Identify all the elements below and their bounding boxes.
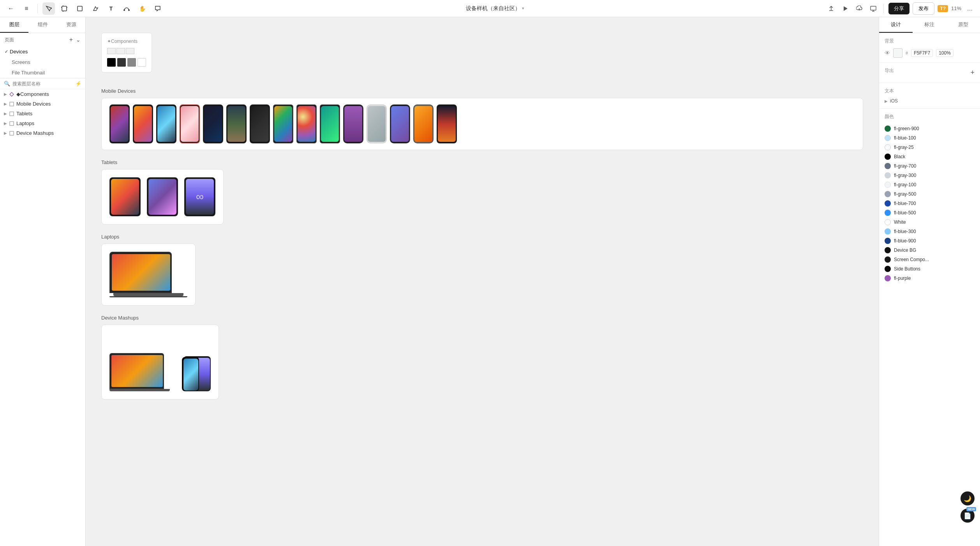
page-item-file-thumbnail[interactable]: File Thumbnail — [0, 67, 85, 78]
page-item-devices[interactable]: ✓ Devices — [0, 46, 85, 57]
right-tab-annotate[interactable]: 标注 — [913, 17, 946, 33]
color-name-fl-blue-900: fl-blue-900 — [894, 238, 975, 244]
device-phone-3 — [156, 104, 176, 143]
color-item-fl-blue-100[interactable]: fl-blue-100 — [885, 133, 975, 143]
layer-device-mashups[interactable]: ▶ Device Mashups — [0, 128, 85, 138]
color-name-side-buttons: Side Buttons — [894, 266, 975, 272]
tablet-2 — [147, 177, 178, 216]
filter-icon[interactable]: ⚡ — [75, 81, 81, 87]
color-dot-fl-gray-25 — [885, 144, 891, 150]
file-title-dropdown-icon: ▾ — [522, 6, 524, 11]
color-dot-fl-blue-900 — [885, 238, 891, 244]
bg-opacity-value[interactable]: 100% — [936, 49, 954, 57]
color-item-fl-gray-500[interactable]: fl-gray-500 — [885, 189, 975, 199]
tab-resources[interactable]: 资源 — [57, 17, 85, 33]
menu-button[interactable]: ≡ — [20, 2, 33, 15]
layer-laptops[interactable]: ▶ Laptops — [0, 118, 85, 128]
color-name-device-bg: Device BG — [894, 247, 975, 253]
text-section: 文本 ▶ iOS — [879, 83, 980, 109]
pages-expand-icon[interactable]: ⌄ — [76, 37, 81, 43]
laptops-grid — [101, 244, 196, 306]
color-item-fl-blue-300[interactable]: fl-blue-300 — [885, 227, 975, 236]
add-page-button[interactable]: + — [69, 36, 73, 43]
pages-header: 页面 + ⌄ — [0, 33, 85, 46]
mashup-phone-screen — [183, 359, 198, 391]
upload-button[interactable] — [826, 3, 837, 14]
layer-name-mobile: Mobile Devices — [16, 101, 81, 107]
color-dot-fl-blue-300 — [885, 228, 891, 235]
laptop-base — [113, 293, 183, 296]
color-item-screen-compo[interactable]: Screen Compo... — [885, 255, 975, 264]
mashup-laptop — [109, 353, 170, 391]
present-button[interactable] — [868, 3, 879, 14]
export-add-button[interactable]: + — [970, 69, 975, 77]
frame-tool[interactable] — [58, 2, 71, 15]
color-name-screen-compo: Screen Compo... — [894, 257, 975, 262]
color-item-fl-gray-25[interactable]: fl-gray-25 — [885, 143, 975, 152]
bg-hex-value[interactable]: F5F7F7 — [911, 49, 933, 57]
moon-button[interactable]: 🌙 — [961, 491, 975, 505]
layer-components[interactable]: ▶ ◆Components — [0, 89, 85, 99]
pen-tool[interactable] — [89, 2, 102, 15]
text-ios-label: iOS — [890, 98, 898, 104]
frame-icon-mobile — [9, 102, 14, 106]
bg-color-swatch[interactable] — [893, 48, 902, 58]
frame-icon-mashups — [9, 131, 14, 136]
svg-point-6 — [123, 9, 125, 11]
color-item-fl-gray-700[interactable]: fl-gray-700 — [885, 161, 975, 171]
color-item-fl-purple[interactable]: fl-purple — [885, 274, 975, 283]
select-tool[interactable] — [42, 2, 55, 15]
color-item-white[interactable]: White — [885, 217, 975, 227]
color-item-fl-blue-500[interactable]: fl-blue-500 — [885, 208, 975, 217]
publish-button[interactable]: 发布 — [913, 2, 934, 15]
phone-screen-8 — [274, 106, 292, 142]
right-tab-design[interactable]: 设计 — [879, 17, 913, 33]
page-item-screens[interactable]: Screens — [0, 57, 85, 67]
right-tabs: 设计 标注 原型 — [879, 17, 980, 33]
rect-tool[interactable] — [74, 2, 86, 15]
cloud-button[interactable] — [854, 3, 865, 14]
phone-screen-15 — [438, 106, 456, 142]
toolbar: ← ≡ T ✋ 设备样机（来自社区） ▾ — [0, 0, 980, 17]
right-tab-prototype[interactable]: 原型 — [947, 17, 980, 33]
canvas-scroll[interactable]: ✦Components Mobile Devices — [86, 17, 879, 546]
mobile-devices-grid — [101, 98, 863, 150]
color-dot-fl-purple — [885, 275, 891, 281]
device-phone-10 — [320, 104, 340, 143]
back-button[interactable]: ← — [5, 2, 17, 15]
bezier-tool[interactable] — [120, 2, 133, 15]
comment-tool[interactable] — [152, 2, 164, 15]
hand-tool[interactable]: ✋ — [136, 2, 148, 15]
share-button[interactable]: 分享 — [888, 3, 909, 14]
color-item-device-bg[interactable]: Device BG — [885, 246, 975, 255]
tablets-grid: ∞ — [101, 169, 224, 224]
search-input[interactable] — [12, 81, 73, 87]
mashup-laptop-frame — [109, 353, 164, 389]
play-button[interactable] — [840, 3, 851, 14]
right-panel: 设计 标注 原型 背景 👁 # F5F7F7 100% 导出 + 文本 — [879, 17, 980, 546]
color-item-fl-green-900[interactable]: fl-green-900 — [885, 124, 975, 133]
text-arrow-icon: ▶ — [885, 99, 888, 103]
color-item-fl-blue-700[interactable]: fl-blue-700 — [885, 199, 975, 208]
bg-visibility-icon[interactable]: 👁 — [885, 50, 890, 56]
text-ios-item[interactable]: ▶ iOS — [885, 98, 975, 104]
phone-mock-3 — [156, 104, 176, 143]
layer-tablets[interactable]: ▶ Tablets — [0, 109, 85, 118]
color-item-side-buttons[interactable]: Side Buttons — [885, 264, 975, 274]
laptop-screen — [112, 254, 170, 291]
components-swatches — [107, 58, 146, 67]
color-item-black[interactable]: Black — [885, 152, 975, 161]
laptop-screen-frame — [109, 252, 172, 293]
color-item-fl-gray-300[interactable]: fl-gray-300 — [885, 171, 975, 180]
laptops-title: Laptops — [101, 234, 863, 240]
more-button[interactable]: … — [964, 3, 975, 14]
color-item-fl-gray-100[interactable]: fl-gray-100 — [885, 180, 975, 189]
layer-mobile-devices[interactable]: ▶ Mobile Devices — [0, 99, 85, 109]
doc-button[interactable]: 📄 NEW — [961, 509, 975, 523]
text-tool[interactable]: T — [105, 2, 117, 15]
toolbar-left: ← ≡ T ✋ — [5, 2, 164, 15]
file-title[interactable]: 设备样机（来自社区） ▾ — [466, 5, 524, 12]
tab-components[interactable]: 组件 — [28, 17, 57, 33]
tab-layers[interactable]: 图层 — [0, 17, 28, 33]
color-item-fl-blue-900[interactable]: fl-blue-900 — [885, 236, 975, 246]
